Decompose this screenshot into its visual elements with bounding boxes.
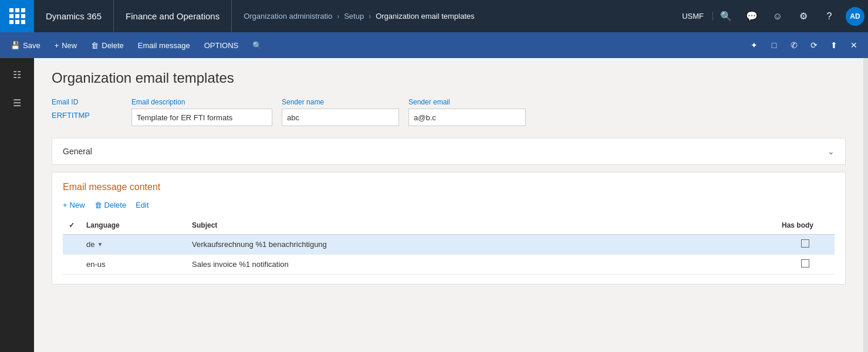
close-button[interactable]: ✕ [845, 36, 863, 55]
delete-button[interactable]: 🗑 Delete [85, 36, 130, 55]
sender-email-field: Sender email [408, 98, 526, 126]
refresh-button[interactable]: ⟳ [805, 36, 823, 55]
row-language-cell[interactable]: de▼ [80, 235, 186, 255]
avatar-initials: AD [846, 7, 864, 26]
content-edit-button[interactable]: Edit [136, 201, 148, 209]
col-header-hasbody: Has body [776, 216, 835, 235]
environment-label: USMF [673, 12, 713, 21]
options-label: OPTIONS [204, 41, 239, 50]
popout-button[interactable]: ⬆ [825, 36, 843, 55]
email-id-value[interactable]: ERFTITMP [52, 109, 122, 122]
user-avatar[interactable]: AD [842, 0, 868, 32]
scroll-track[interactable] [863, 58, 868, 352]
top-navigation: Dynamics 365 Finance and Operations Orga… [0, 0, 868, 32]
new-icon: + [55, 41, 59, 50]
content-new-button[interactable]: + New [63, 201, 85, 209]
page-title: Organization email templates [52, 70, 846, 86]
general-section-header[interactable]: General ⌄ [52, 138, 845, 164]
general-section-title: General [63, 147, 92, 156]
help-button[interactable]: ? [816, 0, 842, 32]
email-message-label: Email message [138, 41, 190, 50]
content-delete-icon: 🗑 [94, 201, 102, 209]
col-header-subject: Subject [186, 216, 776, 235]
email-content-table: ✓ Language Subject Has body de▼Verkaufsr… [63, 216, 835, 275]
breadcrumb: Organization administratio › Setup › Org… [232, 12, 673, 21]
save-label: Save [23, 41, 40, 50]
hasbody-checkbox[interactable] [801, 239, 809, 248]
table-row[interactable]: en-usSales invoice %1 notification [63, 255, 835, 275]
delete-icon: 🗑 [91, 41, 99, 50]
new-button[interactable]: + New [49, 36, 83, 55]
content-delete-button[interactable]: 🗑 Delete [94, 201, 127, 209]
email-id-field: Email ID ERFTITMP [52, 98, 122, 122]
toolbar-right-actions: ✦ □ ✆ ⟳ ⬆ ✕ [745, 36, 863, 55]
general-chevron-icon: ⌄ [828, 147, 835, 156]
email-content-section: Email message content + New 🗑 Delete Edi… [52, 172, 846, 285]
row-language-cell[interactable]: en-us [80, 255, 186, 275]
brand-label: Dynamics 365 [46, 11, 102, 21]
content-area: Organization email templates Email ID ER… [34, 58, 863, 352]
content-new-label: New [70, 201, 85, 209]
toolbar-search-icon: 🔍 [252, 41, 262, 50]
sender-name-input[interactable] [282, 109, 399, 126]
breadcrumb-setup[interactable]: Setup [344, 12, 364, 21]
row-subject-cell: Sales invoice %1 notification [186, 255, 776, 275]
new-label: New [62, 41, 77, 50]
email-id-label: Email ID [52, 98, 122, 106]
breadcrumb-email-templates[interactable]: Organization email templates [376, 12, 474, 21]
row-check-cell [63, 235, 80, 255]
row-check-cell [63, 255, 80, 275]
sender-name-field: Sender name [282, 98, 399, 126]
open-in-new-button[interactable]: □ [765, 36, 783, 55]
breadcrumb-sep-1: › [337, 12, 339, 21]
nav-brand[interactable]: Dynamics 365 [34, 0, 114, 32]
email-description-field: Email description [131, 98, 272, 126]
language-dropdown-icon[interactable]: ▼ [97, 241, 103, 248]
row-hasbody-cell[interactable] [776, 235, 835, 255]
breadcrumb-sep-2: › [369, 12, 371, 21]
waffle-button[interactable] [0, 0, 34, 32]
content-edit-label: Edit [136, 201, 148, 209]
options-button[interactable]: OPTIONS [198, 36, 245, 55]
col-header-check: ✓ [63, 216, 80, 235]
search-nav-button[interactable]: 🔍 [713, 0, 739, 32]
email-description-input[interactable] [131, 109, 272, 126]
email-message-button[interactable]: Email message [132, 36, 196, 55]
toolbar-search-button[interactable]: 🔍 [246, 36, 268, 55]
hasbody-checkbox[interactable] [801, 259, 809, 268]
general-section: General ⌄ [52, 138, 846, 165]
language-value: en-us [86, 260, 106, 269]
sender-email-label: Sender email [408, 98, 526, 106]
save-button[interactable]: 💾 Save [5, 36, 46, 55]
sender-email-input[interactable] [408, 109, 526, 126]
col-header-language: Language [80, 216, 186, 235]
language-value: de [86, 240, 94, 249]
sidebar-menu-icon[interactable]: ☰ [5, 91, 29, 114]
sender-name-label: Sender name [282, 98, 399, 106]
row-hasbody-cell[interactable] [776, 255, 835, 275]
row-subject-cell: Verkaufsrechnung %1 benachrichtigung [186, 235, 776, 255]
content-new-icon: + [63, 201, 67, 209]
personalize-button[interactable]: ✦ [745, 36, 764, 55]
form-fields-row: Email ID ERFTITMP Email description Send… [52, 98, 846, 126]
email-content-toolbar: + New 🗑 Delete Edit [63, 201, 835, 209]
phone-button[interactable]: ✆ [785, 36, 803, 55]
nav-icon-bar: 🔍 💬 ☺ ⚙ ? AD [713, 0, 868, 32]
main-layout: ☷ ☰ Organization email templates Email I… [0, 58, 868, 352]
email-description-label: Email description [131, 98, 272, 106]
action-toolbar: 💾 Save + New 🗑 Delete Email message OPTI… [0, 32, 868, 58]
content-delete-label: Delete [104, 201, 127, 209]
sidebar-filter-icon[interactable]: ☷ [5, 63, 29, 86]
email-content-title: Email message content [63, 182, 835, 192]
smile-button[interactable]: ☺ [765, 0, 791, 32]
check-header-icon: ✓ [69, 221, 75, 229]
breadcrumb-org-admin[interactable]: Organization administratio [244, 12, 332, 21]
nav-module[interactable]: Finance and Operations [114, 0, 232, 32]
table-row[interactable]: de▼Verkaufsrechnung %1 benachrichtigung [63, 235, 835, 255]
left-sidebar: ☷ ☰ [0, 58, 34, 352]
module-label: Finance and Operations [126, 11, 219, 21]
delete-label: Delete [102, 41, 124, 50]
chat-button[interactable]: 💬 [739, 0, 765, 32]
save-icon: 💾 [11, 41, 20, 50]
settings-button[interactable]: ⚙ [791, 0, 816, 32]
